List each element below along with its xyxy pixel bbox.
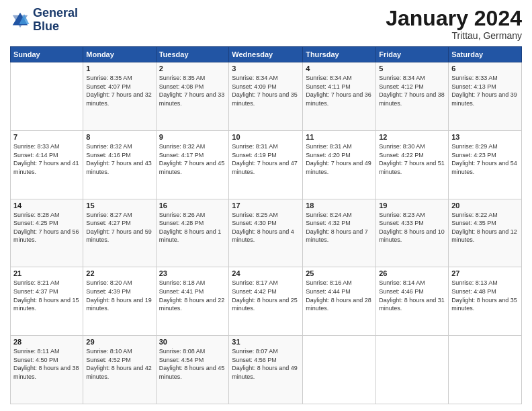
sunset-text: Sunset: 4:32 PM — [306, 220, 351, 226]
table-row: 29 Sunrise: 8:10 AM Sunset: 4:52 PM Dayl… — [83, 336, 156, 404]
sunset-text: Sunset: 4:50 PM — [13, 357, 58, 363]
day-number: 24 — [232, 269, 300, 277]
daylight-text: Daylight: 8 hours and 31 minutes. — [379, 297, 445, 312]
table-row: 31 Sunrise: 8:07 AM Sunset: 4:56 PM Dayl… — [229, 336, 303, 404]
day-info: Sunrise: 8:29 AM Sunset: 4:23 PM Dayligh… — [451, 142, 519, 176]
sunrise-text: Sunrise: 8:33 AM — [451, 75, 498, 81]
day-number: 18 — [306, 201, 373, 210]
logo-text: General Blue — [33, 7, 78, 34]
day-info: Sunrise: 8:33 AM Sunset: 4:13 PM Dayligh… — [451, 74, 519, 107]
sunrise-text: Sunrise: 8:28 AM — [13, 212, 60, 218]
day-info: Sunrise: 8:26 AM Sunset: 4:28 PM Dayligh… — [159, 211, 226, 244]
day-number: 11 — [306, 133, 373, 141]
sunset-text: Sunset: 4:44 PM — [306, 288, 351, 295]
calendar-table: Sunday Monday Tuesday Wednesday Thursday… — [10, 46, 522, 404]
sunset-text: Sunset: 4:11 PM — [306, 83, 351, 90]
sunrise-text: Sunrise: 8:29 AM — [451, 143, 498, 150]
calendar-week-row: 1 Sunrise: 8:35 AM Sunset: 4:07 PM Dayli… — [11, 62, 522, 131]
day-info: Sunrise: 8:24 AM Sunset: 4:32 PM Dayligh… — [306, 211, 373, 244]
sunset-text: Sunset: 4:35 PM — [451, 220, 496, 226]
sunrise-text: Sunrise: 8:20 AM — [86, 279, 132, 286]
table-row: 23 Sunrise: 8:18 AM Sunset: 4:41 PM Dayl… — [156, 267, 229, 336]
table-row: 24 Sunrise: 8:17 AM Sunset: 4:42 PM Dayl… — [229, 267, 303, 336]
daylight-text: Daylight: 7 hours and 39 minutes. — [451, 91, 517, 107]
daylight-text: Daylight: 7 hours and 32 minutes. — [86, 91, 152, 107]
day-info: Sunrise: 8:22 AM Sunset: 4:35 PM Dayligh… — [451, 211, 519, 244]
sunset-text: Sunset: 4:23 PM — [451, 152, 496, 158]
daylight-text: Daylight: 7 hours and 59 minutes. — [86, 228, 152, 244]
sunrise-text: Sunrise: 8:35 AM — [159, 75, 206, 81]
daylight-text: Daylight: 8 hours and 12 minutes. — [451, 228, 517, 244]
daylight-text: Daylight: 8 hours and 42 minutes. — [86, 365, 152, 380]
daylight-text: Daylight: 7 hours and 41 minutes. — [13, 160, 79, 175]
calendar-week-row: 14 Sunrise: 8:28 AM Sunset: 4:25 PM Dayl… — [11, 199, 522, 267]
sunset-text: Sunset: 4:33 PM — [379, 220, 424, 226]
day-number: 10 — [232, 133, 300, 141]
daylight-text: Daylight: 7 hours and 54 minutes. — [451, 160, 517, 175]
sunset-text: Sunset: 4:27 PM — [86, 220, 131, 226]
day-info: Sunrise: 8:32 AM Sunset: 4:16 PM Dayligh… — [86, 142, 152, 176]
daylight-text: Daylight: 8 hours and 28 minutes. — [306, 297, 371, 312]
day-number: 12 — [379, 133, 445, 141]
day-number: 9 — [159, 133, 226, 141]
day-number: 13 — [451, 133, 519, 141]
sunset-text: Sunset: 4:46 PM — [379, 288, 424, 295]
sunrise-text: Sunrise: 8:34 AM — [379, 75, 425, 81]
day-number: 21 — [13, 269, 80, 277]
sunrise-text: Sunrise: 8:33 AM — [13, 143, 60, 150]
calendar-week-row: 7 Sunrise: 8:33 AM Sunset: 4:14 PM Dayli… — [11, 130, 522, 199]
daylight-text: Daylight: 7 hours and 36 minutes. — [306, 91, 371, 107]
sunrise-text: Sunrise: 8:11 AM — [13, 348, 60, 355]
daylight-text: Daylight: 8 hours and 49 minutes. — [232, 365, 298, 380]
header: General Blue January 2024 Trittau, Germa… — [10, 7, 522, 41]
day-info: Sunrise: 8:23 AM Sunset: 4:33 PM Dayligh… — [379, 211, 445, 244]
day-number: 15 — [86, 201, 152, 210]
sunrise-text: Sunrise: 8:25 AM — [232, 212, 278, 218]
sunset-text: Sunset: 4:08 PM — [159, 83, 204, 90]
day-number: 5 — [379, 64, 445, 73]
daylight-text: Daylight: 7 hours and 35 minutes. — [232, 91, 298, 107]
month-title: January 2024 — [386, 7, 522, 30]
day-number: 1 — [86, 64, 152, 73]
sunrise-text: Sunrise: 8:21 AM — [13, 279, 60, 286]
logo-icon — [10, 10, 30, 30]
col-tuesday: Tuesday — [156, 47, 229, 62]
daylight-text: Daylight: 8 hours and 35 minutes. — [451, 297, 517, 312]
subtitle: Trittau, Germany — [386, 30, 522, 41]
day-info: Sunrise: 8:20 AM Sunset: 4:39 PM Dayligh… — [86, 279, 152, 312]
day-number: 2 — [159, 64, 226, 73]
day-info: Sunrise: 8:34 AM Sunset: 4:11 PM Dayligh… — [306, 74, 373, 107]
daylight-text: Daylight: 8 hours and 4 minutes. — [232, 228, 294, 244]
day-number: 22 — [86, 269, 152, 277]
day-number: 30 — [159, 338, 226, 346]
day-number: 8 — [86, 133, 152, 141]
day-number: 16 — [159, 201, 226, 210]
daylight-text: Daylight: 8 hours and 19 minutes. — [86, 297, 152, 312]
table-row: 14 Sunrise: 8:28 AM Sunset: 4:25 PM Dayl… — [11, 199, 83, 267]
table-row: 4 Sunrise: 8:34 AM Sunset: 4:11 PM Dayli… — [303, 62, 376, 131]
table-row: 15 Sunrise: 8:27 AM Sunset: 4:27 PM Dayl… — [83, 199, 156, 267]
daylight-text: Daylight: 8 hours and 22 minutes. — [159, 297, 225, 312]
day-info: Sunrise: 8:25 AM Sunset: 4:30 PM Dayligh… — [232, 211, 300, 244]
table-row: 6 Sunrise: 8:33 AM Sunset: 4:13 PM Dayli… — [449, 62, 522, 131]
table-row: 20 Sunrise: 8:22 AM Sunset: 4:35 PM Dayl… — [449, 199, 522, 267]
day-number: 7 — [13, 133, 80, 141]
table-row: 27 Sunrise: 8:13 AM Sunset: 4:48 PM Dayl… — [449, 267, 522, 336]
day-number: 17 — [232, 201, 300, 210]
table-row: 26 Sunrise: 8:14 AM Sunset: 4:46 PM Dayl… — [376, 267, 449, 336]
table-row: 22 Sunrise: 8:20 AM Sunset: 4:39 PM Dayl… — [83, 267, 156, 336]
col-friday: Friday — [376, 47, 449, 62]
table-row: 10 Sunrise: 8:31 AM Sunset: 4:19 PM Dayl… — [229, 130, 303, 199]
daylight-text: Daylight: 8 hours and 1 minute. — [159, 228, 222, 244]
daylight-text: Daylight: 7 hours and 33 minutes. — [159, 91, 225, 107]
sunset-text: Sunset: 4:16 PM — [86, 152, 131, 158]
daylight-text: Daylight: 8 hours and 15 minutes. — [13, 297, 79, 312]
daylight-text: Daylight: 7 hours and 56 minutes. — [13, 228, 79, 244]
table-row: 12 Sunrise: 8:30 AM Sunset: 4:22 PM Dayl… — [376, 130, 449, 199]
daylight-text: Daylight: 8 hours and 25 minutes. — [232, 297, 298, 312]
sunrise-text: Sunrise: 8:31 AM — [306, 143, 352, 150]
day-info: Sunrise: 8:21 AM Sunset: 4:37 PM Dayligh… — [13, 279, 80, 312]
calendar-week-row: 21 Sunrise: 8:21 AM Sunset: 4:37 PM Dayl… — [11, 267, 522, 336]
day-number: 4 — [306, 64, 373, 73]
sunrise-text: Sunrise: 8:16 AM — [306, 279, 352, 286]
